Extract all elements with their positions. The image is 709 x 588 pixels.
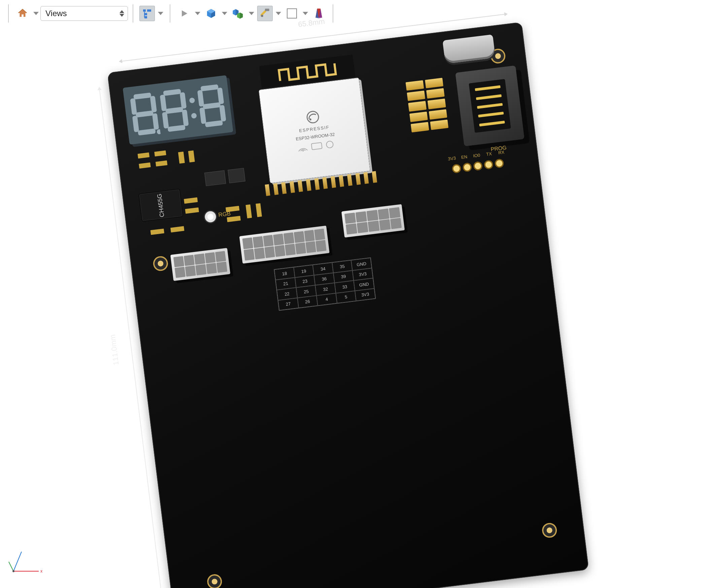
svg-rect-36 xyxy=(311,143,322,150)
mounting-hole xyxy=(206,573,223,588)
smd xyxy=(156,161,167,167)
home-dropdown[interactable] xyxy=(32,6,41,21)
svg-rect-12 xyxy=(135,110,153,117)
micro-usb-connector xyxy=(442,34,495,64)
chip-label: CH455G xyxy=(156,193,166,217)
smd xyxy=(185,207,199,214)
svg-rect-27 xyxy=(203,102,220,109)
svg-rect-21 xyxy=(167,125,185,132)
seven-segment-display xyxy=(123,75,233,145)
svg-rect-14 xyxy=(130,98,137,115)
home-icon xyxy=(17,8,28,19)
viewport-3d[interactable]: x 65.8mm 111.0mm xyxy=(0,27,709,588)
pad-label: RX xyxy=(497,149,506,156)
legend-cell: 5 xyxy=(336,291,356,303)
smd xyxy=(138,152,150,159)
svg-point-33 xyxy=(306,111,319,123)
esp-brand-label: ESPRESSIF xyxy=(298,124,330,133)
legend-cell: 27 xyxy=(278,298,298,310)
svg-line-8 xyxy=(14,552,22,571)
pad-label: 3V3 xyxy=(447,156,456,162)
tree-dropdown[interactable] xyxy=(156,6,165,21)
measure-button[interactable] xyxy=(257,6,273,21)
svg-point-18 xyxy=(156,129,160,135)
esp32-module: ESPRESSIF ESP32-WROOM-32 xyxy=(249,54,379,198)
pad-label: TX xyxy=(484,151,494,157)
cubes-icon xyxy=(232,8,244,19)
background-color-button[interactable] xyxy=(284,6,299,21)
cubes-dropdown[interactable] xyxy=(247,6,256,21)
smd xyxy=(170,226,184,232)
svg-rect-29 xyxy=(197,90,204,107)
measure-dropdown[interactable] xyxy=(274,6,283,21)
pin-legend-table: 18 19 34 35 GND 21 23 36 39 3V3 22 25 32… xyxy=(274,257,376,310)
espressif-logo-icon xyxy=(305,110,320,125)
header-connector xyxy=(341,204,405,237)
svg-rect-11 xyxy=(133,92,151,100)
pcb-assembly[interactable]: 65.8mm 111.0mm xyxy=(107,22,589,588)
toolbar-separator xyxy=(8,4,9,23)
header-connector xyxy=(239,226,330,264)
smd xyxy=(151,229,164,235)
legend-cell: 26 xyxy=(297,295,318,308)
svg-point-35 xyxy=(302,150,304,151)
svg-rect-1 xyxy=(147,9,151,12)
axis-gizmo[interactable]: x xyxy=(7,548,44,578)
views-select[interactable]: Views xyxy=(41,6,128,21)
play-dropdown[interactable] xyxy=(193,6,202,21)
svg-rect-26 xyxy=(200,84,218,91)
legend-cell: 4 xyxy=(316,293,337,305)
play-icon xyxy=(179,9,189,18)
svg-point-5 xyxy=(261,15,263,17)
digit xyxy=(128,91,160,138)
svg-rect-22 xyxy=(160,94,167,111)
cert-icons xyxy=(296,139,337,153)
svg-text:x: x xyxy=(41,569,43,573)
toolbar-separator xyxy=(133,4,133,23)
cube-dropdown[interactable] xyxy=(220,6,229,21)
svg-line-9 xyxy=(9,562,14,571)
mounting-hole xyxy=(541,522,558,538)
svg-rect-28 xyxy=(205,120,222,127)
digit xyxy=(158,87,190,134)
ch455g-chip: CH455G xyxy=(139,189,182,221)
home-button[interactable] xyxy=(15,6,30,21)
regulator-pads xyxy=(406,78,448,132)
svg-rect-0 xyxy=(143,9,146,12)
smd xyxy=(228,168,245,183)
cubes-button[interactable] xyxy=(230,6,246,21)
header-connector xyxy=(170,248,230,281)
toolbar-separator xyxy=(333,4,333,23)
svg-rect-3 xyxy=(145,16,147,19)
smd xyxy=(256,203,262,217)
programming-connector xyxy=(455,65,524,146)
svg-rect-15 xyxy=(150,96,157,113)
cube-icon xyxy=(206,8,216,19)
smd xyxy=(184,197,198,204)
play-button[interactable] xyxy=(177,6,192,21)
svg-point-37 xyxy=(326,141,333,148)
svg-rect-31 xyxy=(199,107,206,124)
legend-cell: 3V3 xyxy=(355,288,375,301)
pcb-board[interactable]: ESPRESSIF ESP32-WROOM-32 CH455G xyxy=(107,22,589,588)
toolbar: Views xyxy=(0,0,709,27)
svg-point-34 xyxy=(309,118,312,121)
smd xyxy=(226,206,239,212)
svg-rect-24 xyxy=(162,112,169,129)
svg-rect-4 xyxy=(265,9,269,11)
rgb-led xyxy=(204,210,217,223)
views-label: Views xyxy=(46,9,67,18)
stepper-arrows-icon xyxy=(120,10,124,17)
rf-shield: ESPRESSIF ESP32-WROOM-32 xyxy=(259,78,370,183)
square-swatch-icon xyxy=(287,8,297,19)
dimension-height-label: 111.0mm xyxy=(108,334,121,366)
svg-rect-13 xyxy=(138,129,156,136)
svg-rect-17 xyxy=(152,113,159,130)
cube-solid-button[interactable] xyxy=(203,6,219,21)
smd xyxy=(139,163,151,169)
tree-view-button[interactable] xyxy=(139,6,155,21)
svg-point-10 xyxy=(12,570,15,572)
colon xyxy=(189,97,196,119)
svg-rect-19 xyxy=(163,89,181,96)
svg-rect-30 xyxy=(217,87,224,104)
